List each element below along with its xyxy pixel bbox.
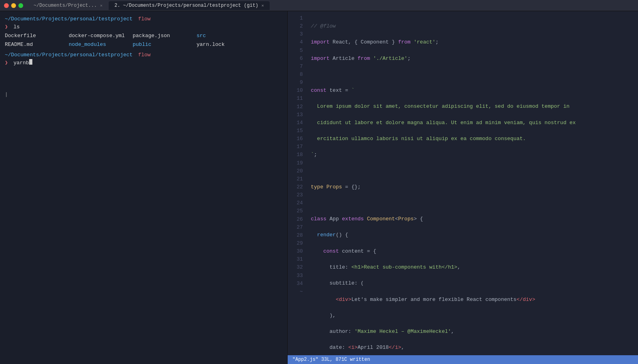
code-line-8	[311, 167, 638, 175]
code-line-13: const content = {	[311, 247, 638, 255]
cmd-1: ls	[14, 23, 20, 31]
minimize-button[interactable]	[11, 3, 16, 8]
tab-1-label: ~/Documents/Project...	[34, 3, 97, 8]
code-line-1: // @flow	[311, 22, 638, 30]
cursor-area: |	[5, 91, 282, 99]
cmd-2: yarnb	[14, 59, 29, 67]
cursor	[29, 59, 32, 65]
main-content: ~/Documents/Projects/personal/testprojec…	[0, 11, 638, 364]
code-line-3: import Article from './Article';	[311, 55, 638, 63]
tab-2-label: 2. ~/Documents/Projects/personal/testpro…	[114, 3, 258, 8]
command-line-2: ❯ yarnb	[5, 59, 282, 67]
line-numbers: 12345 678910 1112131415 1617181920 21222…	[288, 11, 308, 355]
code-line-6c: ercitation ullamco laboris nisi ut aliqu…	[311, 135, 638, 143]
editor-pane[interactable]: 12345 678910 1112131415 1617181920 21222…	[288, 11, 638, 364]
path-2: ~/Documents/Projects/personal/testprojec…	[5, 51, 133, 59]
file-docker-compose: docker-compose.yml	[69, 32, 133, 40]
terminal-pane[interactable]: ~/Documents/Projects/personal/testprojec…	[0, 11, 288, 364]
tab-2[interactable]: 2. ~/Documents/Projects/personal/testpro…	[109, 1, 269, 10]
file-list: Dockerfile docker-compose.yml package.js…	[5, 32, 282, 49]
code-line-4	[311, 71, 638, 79]
code-line-18: author: 'Maxime Heckel – @MaximeHeckel',	[311, 328, 638, 336]
code-line-12: render() {	[311, 231, 638, 239]
tab-1-close[interactable]: ✕	[100, 3, 102, 8]
file-readme: README.md	[5, 40, 69, 49]
editor-content: 12345 678910 1112131415 1617181920 21222…	[288, 11, 638, 355]
code-line-9: type Props = {};	[311, 183, 638, 191]
tab-2-close[interactable]: ✕	[262, 3, 264, 8]
status-bar: "App2.js" 33L, 871C written	[288, 355, 638, 364]
prompt-line-2: ~/Documents/Projects/personal/testprojec…	[5, 51, 282, 59]
tag-2: flow	[135, 51, 151, 59]
file-public: public	[133, 40, 197, 49]
file-dockerfile: Dockerfile	[5, 32, 69, 40]
code-line-6: Lorem ipsum dolor sit amet, consectetur …	[311, 103, 638, 111]
tab-1[interactable]: ~/Documents/Project... ✕	[28, 1, 108, 10]
status-text: "App2.js" 33L, 871C written	[292, 357, 370, 362]
code-line-14: title: <h1>React sub-components with</h1…	[311, 263, 638, 271]
close-button[interactable]	[4, 3, 9, 8]
code-line-17: ),	[311, 312, 638, 320]
code-line-2: import React, { Component } from 'react'…	[311, 38, 638, 46]
cursor-symbol: |	[5, 91, 8, 97]
title-bar: ~/Documents/Project... ✕ 2. ~/Documents/…	[0, 0, 638, 11]
traffic-lights	[4, 3, 23, 8]
file-yarnlock: yarn.lock	[197, 40, 260, 49]
code-line-15: subtitle: (	[311, 279, 638, 287]
terminal-section-2: ~/Documents/Projects/personal/testprojec…	[5, 51, 282, 67]
maximize-button[interactable]	[18, 3, 23, 8]
command-line-1: ❯ ls	[5, 23, 282, 31]
code-line-16: <div>Let's make simpler and more flexibl…	[311, 296, 638, 304]
code-area: // @flow import React, { Component } fro…	[308, 11, 638, 355]
file-package: package.json	[133, 32, 197, 40]
file-nodemodules: node_modules	[69, 40, 133, 49]
file-src: src	[197, 32, 260, 40]
path-1: ~/Documents/Projects/personal/testprojec…	[5, 15, 133, 23]
terminal-section-1: ~/Documents/Projects/personal/testprojec…	[5, 15, 282, 49]
arrow-1: ❯	[5, 23, 11, 31]
code-line-6b: cididunt ut labore et dolore magna aliqu…	[311, 119, 638, 127]
code-line-7: `;	[311, 151, 638, 159]
code-line-19: date: <i>April 2018</i>,	[311, 344, 638, 352]
code-line-10	[311, 199, 638, 207]
code-line-11: class App extends Component<Props> {	[311, 215, 638, 223]
tabs-area: ~/Documents/Project... ✕ 2. ~/Documents/…	[28, 1, 634, 10]
arrow-2: ❯	[5, 59, 11, 67]
code-line-5: const text = `	[311, 87, 638, 95]
tag-1: flow	[135, 15, 151, 23]
prompt-line-1: ~/Documents/Projects/personal/testprojec…	[5, 15, 282, 23]
